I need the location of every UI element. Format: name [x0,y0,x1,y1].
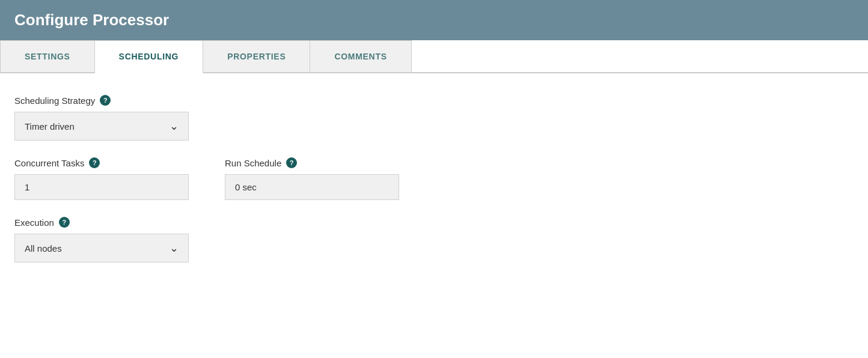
concurrent-tasks-input[interactable] [14,174,189,200]
form-area: Scheduling Strategy ? Timer driven ⌄ Con… [0,90,868,284]
run-schedule-label: Run Schedule ? [225,157,399,168]
run-schedule-group: Run Schedule ? [225,157,399,200]
execution-select[interactable]: All nodes ⌄ [14,234,189,262]
concurrent-tasks-group: Concurrent Tasks ? [14,157,189,200]
execution-label: Execution ? [14,217,854,228]
tab-settings[interactable]: SETTINGS [0,40,95,72]
header: Configure Processor [0,0,868,40]
execution-help-icon[interactable]: ? [59,217,70,228]
scheduling-strategy-select[interactable]: Timer driven ⌄ [14,112,189,141]
tab-comments[interactable]: COMMENTS [310,40,411,72]
scheduling-strategy-value: Timer driven [25,121,75,132]
main-content: SETTINGS SCHEDULING PROPERTIES COMMENTS … [0,40,868,299]
concurrent-tasks-help-icon[interactable]: ? [89,157,100,168]
execution-group: Execution ? All nodes ⌄ [14,217,854,262]
tab-bar: SETTINGS SCHEDULING PROPERTIES COMMENTS [0,40,868,73]
run-schedule-input[interactable] [225,174,399,200]
page-title: Configure Processor [14,11,854,29]
scheduling-strategy-group: Scheduling Strategy ? Timer driven ⌄ [14,95,854,141]
tab-properties[interactable]: PROPERTIES [203,40,310,72]
tab-scheduling[interactable]: SCHEDULING [95,40,204,73]
run-schedule-help-icon[interactable]: ? [286,157,297,168]
execution-chevron-icon: ⌄ [170,241,179,255]
scheduling-strategy-label: Scheduling Strategy ? [14,95,854,106]
scheduling-strategy-chevron-icon: ⌄ [170,120,179,133]
concurrent-run-row: Concurrent Tasks ? Run Schedule ? [14,157,854,200]
execution-value: All nodes [25,243,62,253]
concurrent-tasks-label: Concurrent Tasks ? [14,157,189,168]
scheduling-strategy-help-icon[interactable]: ? [100,95,111,106]
